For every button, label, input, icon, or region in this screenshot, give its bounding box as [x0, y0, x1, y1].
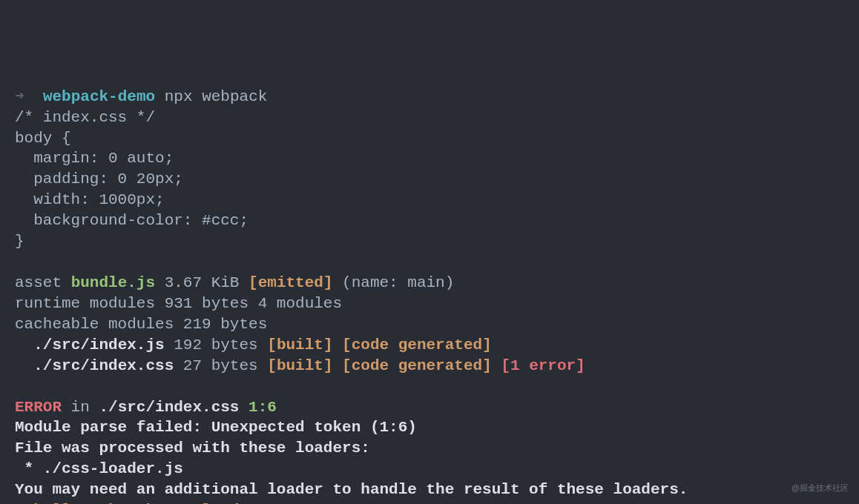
error-msg: * ./css-loader.js [15, 460, 183, 477]
asset-suffix: (name: main) [333, 274, 455, 291]
module-size: 192 bytes [165, 336, 268, 354]
asset-size: 3.67 KiB [155, 274, 249, 291]
module-tag: [built] [code generated] [267, 336, 491, 354]
error-label: ERROR [15, 399, 62, 416]
css-line: margin: 0 auto; [15, 150, 174, 167]
error-header: ERROR in ./src/index.css 1:6 [15, 399, 277, 416]
prompt-arrow: ➜ [15, 88, 24, 105]
asset-prefix: asset [15, 274, 71, 291]
terminal-output: ➜ webpack-demo npx webpack /* index.css … [15, 87, 844, 504]
module-path: ./src/index.css [33, 357, 174, 374]
asset-line: asset bundle.js 3.67 KiB [emitted] (name… [15, 274, 454, 291]
error-msg: Module parse failed: Unexpected token (1… [15, 419, 417, 436]
module-line: ./src/index.js 192 bytes [built] [code g… [15, 336, 492, 354]
css-line: background-color: #ccc; [15, 212, 249, 229]
css-line: /* index.css */ [15, 109, 155, 126]
cacheable-line: cacheable modules 219 bytes [15, 316, 267, 333]
module-path: ./src/index.js [33, 336, 164, 354]
asset-name: bundle.js [71, 274, 155, 291]
prompt-dir: webpack-demo [43, 88, 155, 105]
css-line: width: 1000px; [15, 191, 165, 208]
css-line: padding: 0 20px; [15, 170, 183, 188]
runtime-line: runtime modules 931 bytes 4 modules [15, 295, 342, 312]
module-line: ./src/index.css 27 bytes [built] [code g… [15, 357, 585, 374]
prompt-command: npx webpack [165, 88, 268, 105]
module-tag: [built] [code generated] [267, 357, 491, 374]
watermark: @掘金技术社区 [791, 483, 849, 494]
module-error: [1 error] [492, 357, 585, 374]
error-loc: 1:6 [239, 399, 276, 416]
error-in: in [62, 399, 99, 416]
module-size: 27 bytes [174, 357, 267, 374]
css-line: body { [15, 130, 71, 147]
error-msg: You may need an additional loader to han… [15, 481, 688, 498]
prompt-line: ➜ webpack-demo npx webpack [15, 88, 267, 105]
error-file: ./src/index.css [99, 399, 239, 416]
asset-tag: [emitted] [249, 274, 332, 291]
css-line: } [15, 233, 24, 250]
error-msg: File was processed with these loaders: [15, 440, 370, 457]
